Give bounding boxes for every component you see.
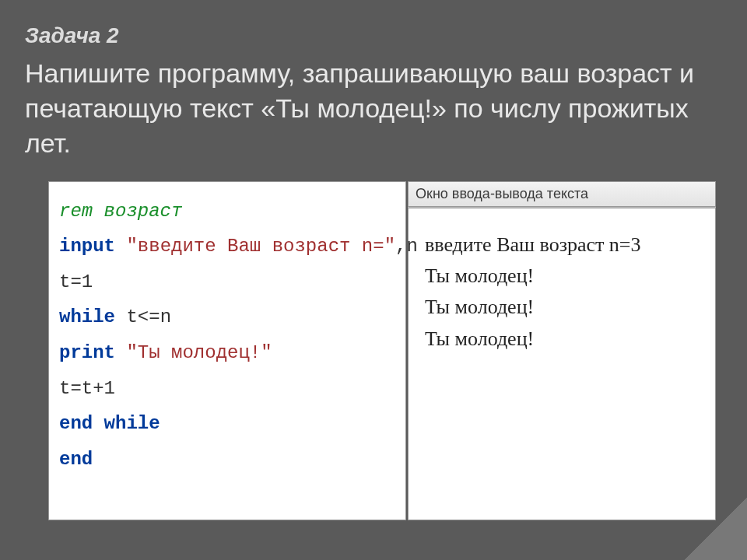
slide: Задача 2 Напишите программу, запрашивающ… [0,0,747,560]
code-line: input "введите Ваш возраст n=",n [59,229,395,264]
code-token-str: "Ты молодец!" [126,342,272,363]
code-token-plain: t<=n [126,306,171,327]
output-line: Ты молодец! [425,292,700,323]
output-line: Ты молодец! [425,324,700,355]
code-token-rem: rem возраст [59,201,182,222]
output-pane: Окно ввода-вывода текста введите Ваш воз… [408,181,716,520]
code-token-plain: t=1 [59,271,93,292]
code-token-plain: ,n [395,236,418,257]
code-token-str: "введите Ваш возраст n=" [126,236,395,257]
code-token-kw: while [59,306,126,327]
code-token-kw: input [59,236,126,257]
code-line: rem возраст [59,194,395,229]
code-line: end [59,442,395,478]
code-token-kw: print [59,342,126,363]
code-line: t=t+1 [59,371,395,407]
code-token-kw: end [59,449,93,470]
task-text: Напишите программу, запрашивающую ваш во… [25,56,722,161]
output-line: Ты молодец! [425,261,700,292]
panels-row: rem возрастinput "введите Ваш возраст n=… [25,181,722,520]
code-line: while t<=n [59,299,395,335]
code-token-kw: end while [59,413,160,434]
code-line: end while [59,406,395,442]
output-pane-title: Окно ввода-вывода текста [408,181,716,208]
output-line: введите Ваш возраст n=3 [425,229,700,261]
code-pane: rem возрастinput "введите Ваш возраст n=… [48,181,406,520]
code-line: print "Ты молодец!" [59,335,395,371]
code-token-plain: t=t+1 [59,378,115,399]
output-pane-body: введите Ваш возраст n=3Ты молодец!Ты мол… [408,208,716,520]
task-label: Задача 2 [25,23,722,48]
code-line: t=1 [59,264,395,300]
